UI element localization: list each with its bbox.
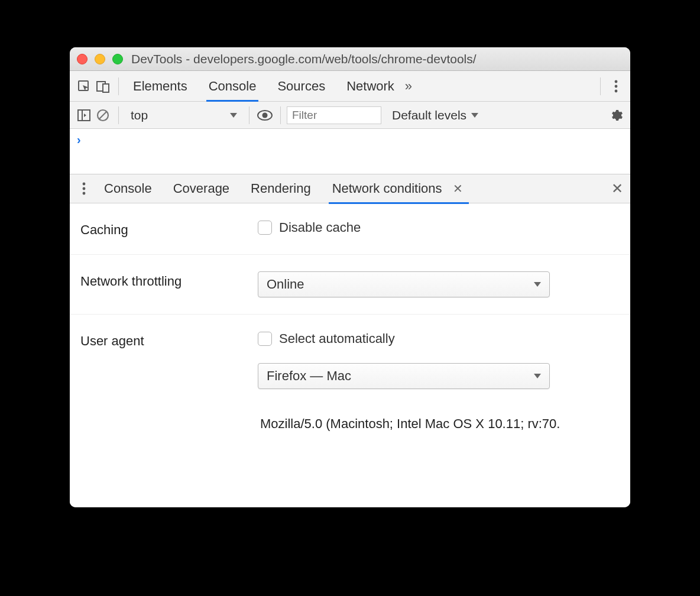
drawer-tabs-row: Console Coverage Rendering Network condi… bbox=[70, 174, 630, 203]
drawer-tab-coverage[interactable]: Coverage bbox=[173, 174, 229, 203]
svg-point-3 bbox=[615, 80, 618, 83]
drawer-more-icon[interactable] bbox=[74, 179, 93, 198]
disable-cache-checkbox-row[interactable]: Disable cache bbox=[258, 220, 620, 235]
throttling-select[interactable]: Online bbox=[258, 271, 550, 297]
divider bbox=[249, 106, 249, 124]
inspect-icon[interactable] bbox=[74, 77, 93, 96]
drawer-tab-console[interactable]: Console bbox=[104, 174, 152, 203]
window-title: DevTools - developers.google.com/web/too… bbox=[131, 52, 477, 66]
ua-auto-label: Select automatically bbox=[279, 331, 395, 346]
console-filter-input[interactable] bbox=[287, 106, 381, 124]
user-agent-value: Firefox — Mac bbox=[267, 368, 351, 384]
drawer-tab-rendering[interactable]: Rendering bbox=[251, 174, 311, 203]
minimize-window-button[interactable] bbox=[95, 54, 105, 64]
caching-row: Caching Disable cache bbox=[70, 203, 630, 255]
ua-auto-checkbox-row[interactable]: Select automatically bbox=[258, 331, 620, 346]
log-levels-label: Default levels bbox=[392, 108, 466, 122]
svg-rect-2 bbox=[103, 84, 109, 92]
chevron-down-icon bbox=[534, 282, 541, 287]
live-expression-icon[interactable] bbox=[255, 106, 274, 125]
throttling-label: Network throttling bbox=[80, 271, 258, 289]
network-conditions-panel: Caching Disable cache Network throttling… bbox=[70, 203, 630, 507]
log-levels-select[interactable]: Default levels bbox=[392, 108, 478, 122]
devtools-window: DevTools - developers.google.com/web/too… bbox=[70, 47, 630, 507]
chevron-down-icon bbox=[230, 113, 237, 118]
close-drawer-icon[interactable]: ✕ bbox=[609, 178, 626, 199]
svg-point-13 bbox=[83, 187, 86, 190]
svg-point-4 bbox=[615, 85, 618, 88]
tab-sources[interactable]: Sources bbox=[277, 72, 325, 101]
divider bbox=[280, 106, 281, 124]
ua-auto-checkbox[interactable] bbox=[258, 332, 272, 346]
disable-cache-label: Disable cache bbox=[279, 220, 361, 235]
execution-context-value: top bbox=[131, 108, 148, 122]
more-menu-icon[interactable] bbox=[607, 77, 626, 96]
titlebar: DevTools - developers.google.com/web/too… bbox=[70, 47, 630, 71]
user-agent-label: User agent bbox=[80, 331, 258, 349]
drawer-tab-label: Network conditions bbox=[332, 181, 442, 196]
divider bbox=[118, 106, 119, 124]
main-tabs-row: Elements Console Sources Network » bbox=[70, 71, 630, 102]
svg-point-11 bbox=[262, 112, 268, 118]
throttling-value: Online bbox=[267, 277, 304, 292]
main-tabs: Elements Console Sources Network bbox=[133, 72, 394, 101]
window-controls bbox=[77, 54, 123, 64]
tab-network[interactable]: Network bbox=[346, 72, 394, 101]
drawer-tab-network-conditions[interactable]: Network conditions ✕ bbox=[332, 174, 465, 203]
tab-elements[interactable]: Elements bbox=[133, 72, 187, 101]
close-window-button[interactable] bbox=[77, 54, 88, 64]
tabs-overflow-button[interactable]: » bbox=[405, 79, 412, 94]
disable-cache-checkbox[interactable] bbox=[258, 221, 272, 235]
close-tab-icon[interactable]: ✕ bbox=[451, 180, 465, 197]
tab-console[interactable]: Console bbox=[209, 72, 257, 101]
console-settings-icon[interactable] bbox=[607, 106, 626, 125]
divider bbox=[118, 77, 119, 95]
divider bbox=[600, 77, 601, 95]
console-sidebar-toggle-icon[interactable] bbox=[74, 106, 93, 125]
user-agent-row: User agent Select automatically Firefox … bbox=[70, 315, 630, 448]
console-prompt-icon: › bbox=[77, 133, 81, 146]
throttling-row: Network throttling Online bbox=[70, 255, 630, 315]
caching-label: Caching bbox=[80, 220, 258, 238]
device-toolbar-icon[interactable] bbox=[93, 77, 112, 96]
console-toolbar: top Default levels bbox=[70, 102, 630, 129]
user-agent-string: Mozilla/5.0 (Macintosh; Intel Mac OS X 1… bbox=[258, 416, 620, 432]
console-output[interactable]: › bbox=[70, 129, 630, 174]
svg-line-9 bbox=[99, 112, 106, 119]
svg-point-5 bbox=[615, 89, 618, 92]
user-agent-select[interactable]: Firefox — Mac bbox=[258, 363, 550, 389]
maximize-window-button[interactable] bbox=[112, 54, 123, 64]
svg-point-14 bbox=[83, 192, 86, 195]
chevron-down-icon bbox=[534, 374, 541, 378]
execution-context-select[interactable]: top bbox=[125, 108, 243, 122]
clear-console-icon[interactable] bbox=[93, 106, 112, 125]
chevron-down-icon bbox=[471, 113, 478, 118]
svg-point-12 bbox=[83, 183, 86, 186]
